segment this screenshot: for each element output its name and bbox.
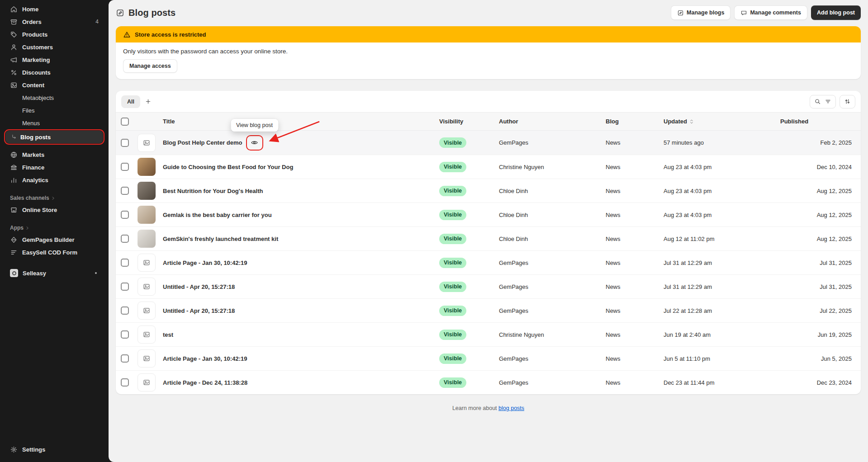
visibility-badge: Visible: [439, 306, 466, 316]
column-title[interactable]: Title: [163, 118, 439, 125]
table-row[interactable]: Article Page - Jan 30, 10:42:19 Visible …: [116, 250, 861, 274]
table-row[interactable]: Guide to Choosing the Best Food for Your…: [116, 155, 861, 179]
analytics-icon: [10, 176, 18, 184]
table-row[interactable]: Untitled - Apr 20, 15:27:18 Visible GemP…: [116, 298, 861, 322]
row-checkbox[interactable]: [121, 187, 129, 195]
row-blog: News: [606, 379, 664, 386]
row-checkbox[interactable]: [121, 378, 129, 387]
sidebar-item-label: EasySell COD Form: [22, 249, 77, 256]
row-title[interactable]: Article Page - Dec 24, 11:38:28: [163, 379, 247, 386]
table-row[interactable]: Blog Post Help Center demo View blog pos…: [116, 131, 861, 155]
sidebar-item-label: Settings: [22, 446, 45, 453]
sales-channels-header[interactable]: Sales channels: [5, 193, 103, 203]
row-checkbox[interactable]: [121, 283, 129, 291]
row-checkbox[interactable]: [121, 235, 129, 243]
row-published: Dec 23, 2024: [780, 379, 861, 386]
column-author[interactable]: Author: [499, 118, 606, 125]
eye-icon: [251, 139, 258, 146]
sidebar-item-metaobjects[interactable]: Metaobjects: [5, 91, 103, 104]
row-author: Christine Nguyen: [499, 331, 606, 338]
sidebar-item-orders[interactable]: Orders 4: [5, 15, 103, 28]
sidebar-item-menus[interactable]: Menus: [5, 117, 103, 129]
row-checkbox[interactable]: [121, 306, 129, 315]
row-checkbox[interactable]: [121, 354, 129, 363]
row-title[interactable]: test: [163, 331, 173, 338]
sidebar-subitem-label: Blog posts: [20, 134, 51, 141]
image-placeholder-icon: [142, 330, 151, 339]
manage-access-button[interactable]: Manage access: [123, 59, 177, 73]
sidebar-item-easysell[interactable]: EasySell COD Form: [5, 246, 103, 259]
blog-posts-icon: [116, 9, 124, 17]
sort-button[interactable]: [840, 95, 855, 108]
sidebar-item-selleasy[interactable]: Selleasy: [5, 267, 103, 279]
sidebar-item-analytics[interactable]: Analytics: [5, 174, 103, 186]
store-access-banner: Store access is restricted Only visitors…: [116, 26, 861, 79]
sidebar-item-markets[interactable]: Markets: [5, 148, 103, 161]
column-published[interactable]: Published: [780, 118, 861, 125]
apps-header[interactable]: Apps: [5, 222, 103, 233]
row-thumbnail: [138, 230, 156, 248]
row-title[interactable]: Untitled - Apr 20, 15:27:18: [163, 283, 235, 290]
row-title[interactable]: Article Page - Jan 30, 10:42:19: [163, 355, 247, 362]
sidebar-item-online-store[interactable]: Online Store: [5, 203, 103, 216]
sidebar-item-gempages-builder[interactable]: GemPages Builder: [5, 233, 103, 246]
view-blog-post-button[interactable]: [248, 137, 261, 149]
row-title[interactable]: Blog Post Help Center demo: [163, 139, 242, 146]
sidebar-item-files[interactable]: Files: [5, 104, 103, 117]
comment-bubble-icon: [740, 9, 747, 16]
sidebar-item-customers[interactable]: Customers: [5, 41, 103, 53]
row-updated: Dec 23 at 11:44 pm: [664, 379, 780, 386]
row-checkbox[interactable]: [121, 163, 129, 171]
column-updated[interactable]: Updated: [664, 118, 780, 125]
table-row[interactable]: Best Nutrition for Your Dog's Health Vis…: [116, 179, 861, 203]
sidebar-item-content[interactable]: Content: [5, 79, 103, 91]
row-title[interactable]: Article Page - Jan 30, 10:42:19: [163, 259, 247, 266]
row-author: GemPages: [499, 307, 606, 314]
row-title[interactable]: Guide to Choosing the Best Food for Your…: [163, 164, 293, 170]
row-published: Jun 5, 2025: [780, 355, 861, 362]
column-blog[interactable]: Blog: [606, 118, 664, 125]
select-all-checkbox[interactable]: [121, 118, 129, 126]
table-row[interactable]: Gemlak is the best baby carrier for you …: [116, 203, 861, 226]
sidebar-item-label: Products: [22, 31, 47, 38]
search-filter-button[interactable]: [810, 95, 836, 108]
row-updated: Aug 23 at 4:03 pm: [664, 164, 780, 170]
row-title[interactable]: Best Nutrition for Your Dog's Health: [163, 188, 263, 194]
row-checkbox[interactable]: [121, 139, 129, 147]
manage-comments-button[interactable]: Manage comments: [734, 5, 807, 20]
sidebar-item-finance[interactable]: Finance: [5, 161, 103, 174]
image-placeholder-icon: [142, 283, 151, 291]
sidebar-item-blog-posts[interactable]: Blog posts: [5, 131, 103, 143]
row-blog: News: [606, 283, 664, 290]
add-blog-post-button[interactable]: Add blog post: [811, 5, 861, 20]
table-row[interactable]: test Visible Christine Nguyen News Jun 1…: [116, 322, 861, 346]
table-row[interactable]: Article Page - Jan 30, 10:42:19 Visible …: [116, 346, 861, 370]
row-checkbox[interactable]: [121, 330, 129, 339]
row-title[interactable]: GemSkin's freshly launched treatment kit: [163, 236, 278, 242]
row-checkbox[interactable]: [121, 211, 129, 219]
sidebar-item-discounts[interactable]: Discounts: [5, 66, 103, 79]
table-row[interactable]: Untitled - Apr 20, 15:27:18 Visible GemP…: [116, 274, 861, 298]
sidebar-item-marketing[interactable]: Marketing: [5, 53, 103, 66]
table-row[interactable]: Article Page - Dec 24, 11:38:28 Visible …: [116, 370, 861, 394]
visibility-badge: Visible: [439, 282, 466, 292]
sidebar-item-home[interactable]: Home: [5, 3, 103, 15]
page-title: Blog posts: [128, 8, 175, 18]
image-placeholder-icon: [142, 139, 151, 147]
table-row[interactable]: GemSkin's freshly launched treatment kit…: [116, 226, 861, 250]
sidebar-item-products[interactable]: Products: [5, 28, 103, 41]
row-thumbnail: [138, 302, 156, 320]
sidebar-item-settings[interactable]: Settings: [5, 443, 103, 456]
row-blog: News: [606, 355, 664, 362]
finance-icon: [10, 164, 18, 171]
content-icon: [10, 81, 18, 89]
add-view-button[interactable]: [142, 95, 155, 108]
banner-body-text: Only visitors with the password can acce…: [123, 48, 854, 55]
row-title[interactable]: Gemlak is the best baby carrier for you: [163, 212, 272, 218]
manage-blogs-button[interactable]: Manage blogs: [671, 5, 730, 20]
blog-posts-help-link[interactable]: blog posts: [498, 405, 524, 411]
tab-all[interactable]: All: [121, 95, 140, 108]
row-checkbox[interactable]: [121, 259, 129, 267]
row-title[interactable]: Untitled - Apr 20, 15:27:18: [163, 307, 235, 314]
column-visibility[interactable]: Visibility: [439, 118, 499, 125]
